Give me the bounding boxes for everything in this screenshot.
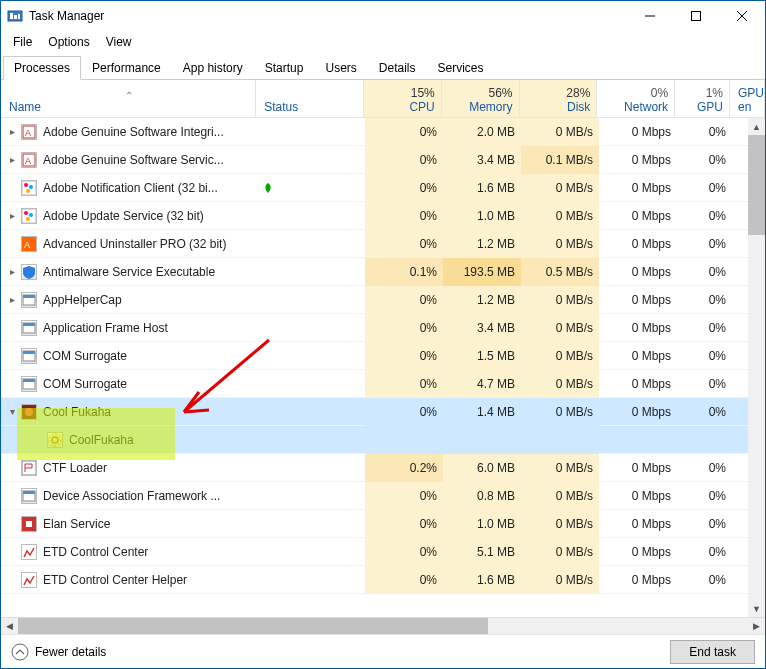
cell-status — [257, 230, 365, 258]
menu-file[interactable]: File — [5, 33, 40, 51]
column-network[interactable]: 0%Network — [597, 80, 675, 117]
cell-disk: 0 MB/s — [521, 286, 599, 314]
vertical-scroll-thumb[interactable] — [748, 135, 765, 235]
cell-gpu: 0% — [677, 230, 732, 258]
cell-network: 0 Mbps — [599, 342, 677, 370]
cell-network: 0 Mbps — [599, 510, 677, 538]
expand-chevron-icon[interactable]: ▸ — [5, 154, 19, 165]
cell-name: Adobe Notification Client (32 bi... — [1, 174, 257, 202]
process-row[interactable]: Device Association Framework ...0%0.8 MB… — [1, 482, 765, 510]
expand-chevron-icon[interactable]: ▸ — [5, 126, 19, 137]
cell-name: ▸AAdobe Genuine Software Integri... — [1, 118, 257, 146]
process-row[interactable]: COM Surrogate0%1.5 MB0 MB/s0 Mbps0% — [1, 342, 765, 370]
expand-chevron-icon[interactable]: ▸ — [5, 210, 19, 221]
process-row[interactable]: ▸AppHelperCap0%1.2 MB0 MB/s0 Mbps0% — [1, 286, 765, 314]
cell-gpu: 0% — [677, 370, 732, 398]
column-disk[interactable]: 28%Disk — [520, 80, 598, 117]
column-disk-label: Disk — [567, 100, 590, 114]
cell-status — [257, 370, 365, 398]
process-name: Adobe Genuine Software Servic... — [43, 153, 224, 167]
vertical-scrollbar[interactable]: ▲ ▼ — [748, 118, 765, 617]
cell-status — [257, 398, 365, 426]
tab-app-history[interactable]: App history — [172, 56, 254, 80]
cell-status — [257, 314, 365, 342]
process-icon — [21, 376, 37, 392]
tab-users[interactable]: Users — [314, 56, 367, 80]
horizontal-scrollbar[interactable]: ◀ ▶ — [1, 617, 765, 634]
column-memory[interactable]: 56%Memory — [442, 80, 520, 117]
process-row[interactable]: ▸AAdobe Genuine Software Integri...0%2.0… — [1, 118, 765, 146]
titlebar[interactable]: Task Manager — [1, 1, 765, 31]
process-row[interactable]: ▸Antimalware Service Executable0.1%193.5… — [1, 258, 765, 286]
fewer-details-toggle[interactable]: Fewer details — [11, 643, 106, 661]
cell-disk: 0 MB/s — [521, 510, 599, 538]
process-list[interactable]: ▸AAdobe Genuine Software Integri...0%2.0… — [1, 118, 765, 617]
maximize-button[interactable] — [673, 1, 719, 31]
cell-cpu: 0% — [365, 174, 443, 202]
expand-chevron-icon[interactable]: ▾ — [5, 406, 19, 417]
expand-chevron-icon[interactable]: ▸ — [5, 266, 19, 277]
cell-gpu: 0% — [677, 118, 732, 146]
process-row[interactable]: ▾Cool Fukaha0%1.4 MB0 MB/s0 Mbps0% — [1, 398, 765, 426]
process-row[interactable]: ETD Control Center0%5.1 MB0 MB/s0 Mbps0% — [1, 538, 765, 566]
cell-cpu: 0% — [365, 482, 443, 510]
process-row[interactable]: AAdvanced Uninstaller PRO (32 bit)0%1.2 … — [1, 230, 765, 258]
column-gpu[interactable]: 1%GPU — [675, 80, 730, 117]
scroll-down-icon[interactable]: ▼ — [748, 600, 765, 617]
process-icon — [21, 320, 37, 336]
cell-status — [257, 342, 365, 370]
cell-disk: 0 MB/s — [521, 482, 599, 510]
scroll-right-icon[interactable]: ▶ — [748, 618, 765, 635]
svg-rect-27 — [23, 323, 35, 326]
tab-services[interactable]: Services — [427, 56, 495, 80]
cell-name: COM Surrogate — [1, 370, 257, 398]
horizontal-scroll-thumb[interactable] — [18, 618, 488, 635]
column-cpu[interactable]: 15%CPU — [364, 80, 442, 117]
expand-chevron-icon[interactable]: ▸ — [5, 294, 19, 305]
scroll-up-icon[interactable]: ▲ — [748, 118, 765, 135]
cell-cpu: 0% — [365, 118, 443, 146]
process-row[interactable]: Application Frame Host0%3.4 MB0 MB/s0 Mb… — [1, 314, 765, 342]
end-task-button[interactable]: End task — [670, 640, 755, 664]
sort-indicator-icon: ⌃ — [9, 90, 249, 100]
cell-network: 0 Mbps — [599, 230, 677, 258]
svg-rect-40 — [26, 521, 32, 527]
process-row[interactable]: CoolFukaha — [1, 426, 765, 454]
column-gpu-engine-label: GPU en — [738, 86, 758, 114]
column-cpu-label: CPU — [409, 100, 434, 114]
cell-disk: 0 MB/s — [521, 230, 599, 258]
cell-cpu: 0% — [365, 342, 443, 370]
minimize-button[interactable] — [627, 1, 673, 31]
cell-gpu: 0% — [677, 258, 732, 286]
process-row[interactable]: ▸Adobe Update Service (32 bit)0%1.0 MB0 … — [1, 202, 765, 230]
process-row[interactable]: CTF Loader0.2%6.0 MB0 MB/s0 Mbps0% — [1, 454, 765, 482]
column-name-label: Name — [9, 100, 249, 114]
cell-memory: 3.4 MB — [443, 146, 521, 174]
close-button[interactable] — [719, 1, 765, 31]
process-icon — [21, 348, 37, 364]
column-gpu-engine[interactable]: GPU en — [730, 80, 765, 117]
column-name[interactable]: ⌃ Name — [1, 80, 256, 117]
process-icon — [47, 432, 63, 448]
process-row[interactable]: Elan Service0%1.0 MB0 MB/s0 Mbps0% — [1, 510, 765, 538]
cell-status — [257, 258, 365, 286]
svg-point-19 — [24, 211, 28, 215]
process-row[interactable]: Adobe Notification Client (32 bi...0%1.6… — [1, 174, 765, 202]
tab-startup[interactable]: Startup — [254, 56, 315, 80]
footer: Fewer details End task — [1, 634, 765, 668]
process-row[interactable]: ▸AAdobe Genuine Software Servic...0%3.4 … — [1, 146, 765, 174]
process-row[interactable]: ETD Control Center Helper0%1.6 MB0 MB/s0… — [1, 566, 765, 594]
menu-view[interactable]: View — [98, 33, 140, 51]
cell-network: 0 Mbps — [599, 454, 677, 482]
process-name: Adobe Notification Client (32 bi... — [43, 181, 218, 195]
tab-details[interactable]: Details — [368, 56, 427, 80]
column-status[interactable]: Status — [256, 80, 364, 117]
tab-performance[interactable]: Performance — [81, 56, 172, 80]
tab-processes[interactable]: Processes — [3, 56, 81, 80]
svg-point-43 — [12, 644, 28, 660]
menu-options[interactable]: Options — [40, 33, 97, 51]
cell-disk: 0.1 MB/s — [521, 146, 599, 174]
process-row[interactable]: COM Surrogate0%4.7 MB0 MB/s0 Mbps0% — [1, 370, 765, 398]
task-manager-icon — [7, 8, 23, 24]
scroll-left-icon[interactable]: ◀ — [1, 618, 18, 635]
